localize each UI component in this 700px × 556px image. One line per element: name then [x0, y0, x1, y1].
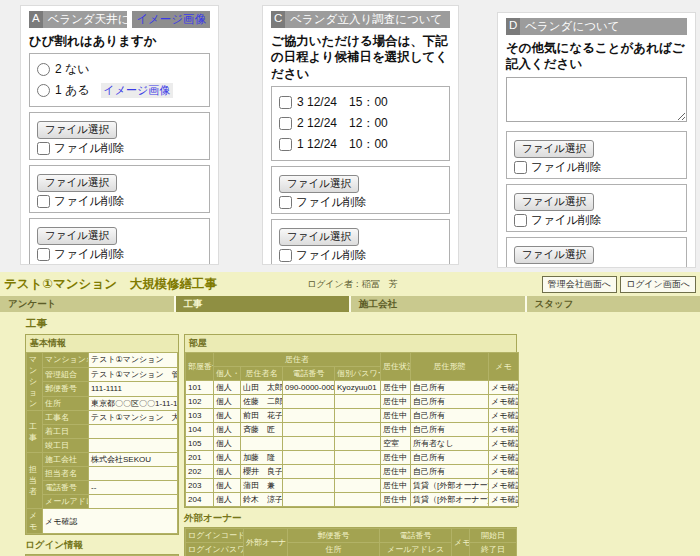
file-select-button[interactable]: ファイル選択: [37, 121, 117, 139]
room-row: 201個人加藤 隆居住中自己所有メモ確認: [186, 451, 519, 465]
file-select-button[interactable]: ファイル選択: [37, 227, 117, 245]
free-comment-textarea[interactable]: [506, 77, 687, 122]
file-delete-option[interactable]: ファイル削除: [37, 141, 202, 156]
room-cell: 201: [186, 451, 214, 465]
col-occupancy-form: 居住形態: [411, 353, 489, 381]
radio-button[interactable]: [37, 84, 50, 97]
login-user-label: ログイン者：稲冨 芳: [307, 278, 398, 291]
tab-construction[interactable]: 工事: [176, 296, 350, 312]
survey-panel-d: D ベランダについて その他気になることがあればご記入ください ファイル選択 フ…: [497, 12, 696, 268]
page-title: テスト①マンション 大規模修繕工事: [4, 276, 217, 293]
file-delete-option[interactable]: ファイル削除: [279, 248, 442, 263]
row-label: 住所: [43, 396, 89, 411]
rooms-box: 部屋 部屋番号 居住者 居住状況 居住形態 メモ: [184, 334, 517, 508]
question-text: その他気になることがあればご記入ください: [506, 40, 687, 73]
file-delete-label: ファイル削除: [296, 195, 366, 210]
radio-label: 2 ない: [55, 61, 90, 78]
table-row: 住所東京都〇〇区〇〇1-11-11: [27, 396, 178, 411]
external-owner-table: ログインコード 外部オーナー名 郵便番号 電話番号 メモ 開始日 ログインパスワ…: [185, 528, 517, 556]
room-cell: 個人: [214, 451, 241, 465]
file-delete-label: ファイル削除: [54, 141, 124, 156]
col-memo: メモ: [489, 353, 519, 381]
table-row: マンションマンション名テスト①マンション: [27, 353, 178, 368]
file-select-button[interactable]: ファイル選択: [279, 175, 359, 193]
room-cell: メモ確認: [489, 423, 519, 437]
survey-section: A ベランダ天井について イメージ画像 ひび割れはありますか 2 ない 1 ある…: [0, 0, 700, 272]
room-cell: [335, 479, 381, 493]
file-delete-option[interactable]: ファイル削除: [514, 160, 679, 175]
room-cell: [283, 395, 335, 409]
room-cell: 自己所有: [411, 451, 489, 465]
radio-option[interactable]: 2 ない: [37, 59, 202, 80]
management-screen-button[interactable]: 管理会社画面へ: [542, 276, 617, 293]
file-select-button[interactable]: ファイル選択: [514, 246, 594, 264]
table-row: 担当者施工会社株式会社SEKOU: [27, 453, 178, 467]
file-select-button[interactable]: ファイル選択: [37, 174, 117, 192]
table-row: 工事工事名テスト①マンション 大規模修繕工事: [27, 411, 178, 425]
file-delete-checkbox[interactable]: [514, 161, 527, 174]
room-cell: 蒲田 兼: [241, 479, 283, 493]
tab-questionnaire[interactable]: アンケート: [0, 296, 174, 312]
file-delete-checkbox[interactable]: [37, 195, 50, 208]
file-upload-box: ファイル選択 ファイル削除: [29, 218, 210, 265]
col-owner-memo: メモ: [452, 529, 470, 556]
file-delete-checkbox[interactable]: [279, 196, 292, 209]
file-delete-checkbox[interactable]: [514, 214, 527, 227]
file-select-button[interactable]: ファイル選択: [279, 228, 359, 246]
image-link[interactable]: イメージ画像: [132, 11, 210, 28]
panel-title: ベランダについて: [520, 18, 687, 35]
col-login-password: ログインパスワード: [186, 543, 244, 556]
file-select-button[interactable]: ファイル選択: [514, 140, 594, 158]
schedule-checkbox[interactable]: [279, 138, 292, 151]
login-screen-button[interactable]: ログイン画面へ: [620, 276, 696, 293]
room-cell: 自己所有: [411, 381, 489, 395]
file-upload-box: ファイル選択 ファイル削除: [271, 219, 450, 265]
schedule-option[interactable]: 1 12/24 10：00: [279, 134, 442, 155]
col-email: メールアドレス: [380, 543, 452, 556]
file-delete-checkbox[interactable]: [37, 248, 50, 261]
file-delete-option[interactable]: ファイル削除: [279, 195, 442, 210]
file-delete-label: ファイル削除: [296, 248, 366, 263]
radio-button[interactable]: [37, 63, 50, 76]
schedule-option[interactable]: 3 12/24 15：00: [279, 92, 442, 113]
row-value: 株式会社SEKOU: [89, 453, 178, 467]
col-start-date: 開始日: [470, 529, 517, 543]
table-row: 着工日: [27, 425, 178, 439]
file-delete-option[interactable]: ファイル削除: [514, 266, 679, 269]
room-row: 204個人鈴木 涼子居住中賃貸（[外部オーナー]佐藤 満）メモ確認: [186, 493, 519, 507]
schedule-option[interactable]: 2 12/24 12：00: [279, 113, 442, 134]
room-cell: 個人: [214, 437, 241, 451]
file-delete-option[interactable]: ファイル削除: [514, 213, 679, 228]
room-cell: 鈴木 涼子: [241, 493, 283, 507]
room-cell: メモ確認: [489, 451, 519, 465]
file-upload-box: ファイル選択 ファイル削除: [506, 237, 687, 269]
room-cell: 個人: [214, 479, 241, 493]
tab-contractor[interactable]: 施工会社: [351, 296, 525, 312]
col-room-number: 部屋番号: [186, 353, 214, 381]
row-value: テスト①マンション 管理組合: [89, 367, 178, 382]
file-delete-checkbox[interactable]: [279, 249, 292, 262]
file-delete-checkbox[interactable]: [37, 142, 50, 155]
panel-letter: D: [506, 18, 520, 35]
schedule-checkbox[interactable]: [279, 96, 292, 109]
file-delete-checkbox[interactable]: [514, 267, 527, 269]
radio-option[interactable]: 1 ある イメージ画像: [37, 80, 202, 101]
file-upload-box: ファイル選択 ファイル削除: [271, 166, 450, 214]
file-delete-option[interactable]: ファイル削除: [37, 247, 202, 262]
file-select-button[interactable]: ファイル選択: [514, 193, 594, 211]
image-link[interactable]: イメージ画像: [101, 83, 174, 98]
row-label: 担当者名: [43, 467, 89, 481]
external-owner-box: ログインコード 外部オーナー名 郵便番号 電話番号 メモ 開始日 ログインパスワ…: [184, 527, 517, 556]
schedule-label: 2 12/24 12：00: [297, 115, 388, 132]
room-cell: メモ確認: [489, 381, 519, 395]
panel-title-bar: A ベランダ天井について イメージ画像: [29, 11, 210, 28]
panel-letter: A: [29, 11, 43, 28]
room-cell: 空室: [381, 437, 411, 451]
schedule-checkbox[interactable]: [279, 117, 292, 130]
file-delete-option[interactable]: ファイル削除: [37, 194, 202, 209]
row-value: 東京都〇〇区〇〇1-11-11: [89, 396, 178, 411]
checkbox-group-box: 3 12/24 15：00 2 12/24 12：00 1 12/24 10：0…: [271, 86, 450, 161]
room-cell: 自己所有: [411, 409, 489, 423]
tab-staff[interactable]: スタッフ: [527, 296, 700, 312]
room-cell: メモ確認: [489, 409, 519, 423]
